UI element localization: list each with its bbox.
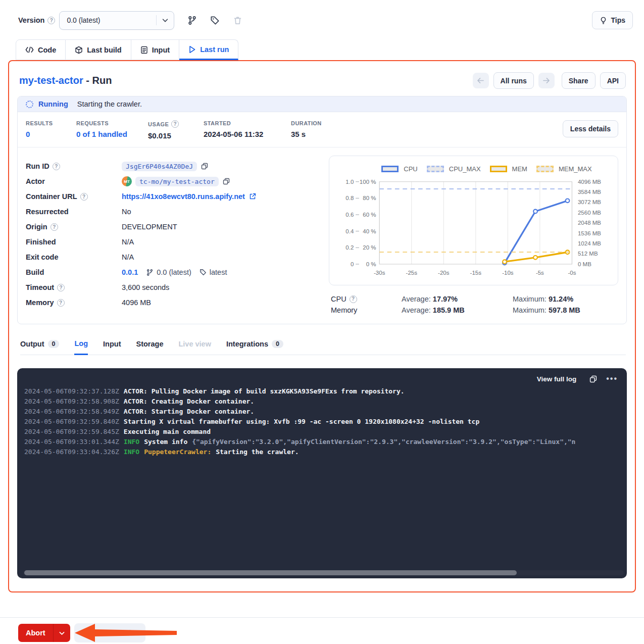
log-header: View full log ••• xyxy=(537,374,618,383)
log-line: 2024-05-06T09:32:58.949ZACTOR: Starting … xyxy=(24,407,627,417)
log-scrollbar-track[interactable] xyxy=(23,570,624,575)
copy-icon[interactable] xyxy=(223,178,230,185)
run-details-card: Running Starting the crawler. RESULTS 0 … xyxy=(17,96,627,324)
chart-stats: CPU? Memory Average: 17.97% Average: 185… xyxy=(329,285,618,316)
version-select[interactable]: 0.0 (latest) xyxy=(59,11,174,30)
build-label: Build xyxy=(26,268,122,276)
memory-help-icon[interactable]: ? xyxy=(57,299,65,307)
tab-log[interactable]: Log xyxy=(74,335,88,355)
usage-chart-card: CPU CPU_MAX MEM MEM_MAX -30s-25s-20s-15s… xyxy=(329,156,618,285)
log-line: 2024-05-06T09:33:01.344ZINFOSystem info{… xyxy=(24,437,627,447)
svg-text:0.8: 0.8 xyxy=(345,195,354,201)
timeout-value: 3,600 seconds xyxy=(122,283,169,291)
external-link-icon[interactable] xyxy=(249,193,256,200)
actor-chip[interactable]: tc-mo/my-test-actor xyxy=(135,177,219,186)
svg-text:0.6: 0.6 xyxy=(345,212,354,218)
timeout-label: Timeout xyxy=(26,283,54,291)
version-help-icon[interactable]: ? xyxy=(47,17,55,24)
mem-max-label: Maximum: xyxy=(513,306,547,314)
tab-last-run[interactable]: Last run xyxy=(179,39,238,60)
legend-swatch-mem xyxy=(490,166,507,172)
svg-text:0.2: 0.2 xyxy=(345,244,354,251)
legend-swatch-mem-max xyxy=(536,166,554,172)
stat-requests-value[interactable]: 0 of 1 handled xyxy=(76,130,133,138)
tab-output[interactable]: Output0 xyxy=(20,336,59,354)
all-runs-button[interactable]: All runs xyxy=(493,72,534,89)
abort-dropdown-button[interactable] xyxy=(53,624,70,642)
legend-label-cpu-max: CPU_MAX xyxy=(449,165,481,173)
share-button[interactable]: Share xyxy=(562,72,596,89)
tab-integrations-label: Integrations xyxy=(226,340,268,348)
copy-log-icon[interactable] xyxy=(589,375,597,383)
tab-integrations[interactable]: Integrations0 xyxy=(226,336,283,354)
svg-text:0.4: 0.4 xyxy=(345,228,354,234)
timeout-help-icon[interactable]: ? xyxy=(57,284,65,291)
detail-row-timeout: Timeout? 3,600 seconds xyxy=(26,280,309,295)
play-icon xyxy=(188,45,196,54)
container-url-help-icon[interactable]: ? xyxy=(80,193,88,201)
log-line: 2024-05-06T09:32:37.128ZACTOR: Pulling D… xyxy=(24,386,627,397)
output-count-badge: 0 xyxy=(48,340,60,348)
stat-requests-label: REQUESTS xyxy=(76,120,133,126)
tab-run-input[interactable]: Input xyxy=(103,336,121,354)
origin-label: Origin xyxy=(26,223,47,231)
svg-text:2048 MB: 2048 MB xyxy=(578,220,601,226)
stat-duration-value: 35 s xyxy=(291,130,322,138)
cpu-help-icon[interactable]: ? xyxy=(350,295,357,303)
log-menu-icon[interactable]: ••• xyxy=(606,374,618,383)
build-version-text: 0.0 (latest) xyxy=(157,268,191,276)
tab-storage[interactable]: Storage xyxy=(136,336,163,354)
stat-results-value[interactable]: 0 xyxy=(26,130,61,138)
log-scrollbar-thumb[interactable] xyxy=(24,570,517,575)
svg-text:-25s: -25s xyxy=(406,270,418,276)
svg-text:4096 MB: 4096 MB xyxy=(578,179,601,185)
document-icon xyxy=(140,46,148,54)
detail-row-finished: Finished N/A xyxy=(26,234,309,250)
svg-text:20 %: 20 % xyxy=(363,244,376,251)
view-full-log-link[interactable]: View full log xyxy=(537,375,577,383)
abort-button[interactable]: Abort xyxy=(18,624,53,642)
tab-last-build[interactable]: Last build xyxy=(66,39,131,60)
prev-run-button[interactable] xyxy=(473,73,489,88)
status-state: Running xyxy=(38,100,68,108)
tab-input[interactable]: Input xyxy=(131,39,179,60)
code-icon xyxy=(25,46,34,54)
git-branch-icon[interactable] xyxy=(187,16,197,25)
next-run-button[interactable] xyxy=(538,73,555,88)
origin-help-icon[interactable]: ? xyxy=(51,223,58,231)
actor-name-link[interactable]: my-test-actor xyxy=(19,75,83,86)
usage-help-icon[interactable]: ? xyxy=(171,120,179,128)
tab-code[interactable]: Code xyxy=(16,39,66,60)
api-button[interactable]: API xyxy=(600,72,626,89)
tips-button[interactable]: Tips xyxy=(592,11,633,29)
build-number-link[interactable]: 0.0.1 xyxy=(122,268,138,276)
delete-version-icon[interactable] xyxy=(233,16,242,25)
tab-last-build-label: Last build xyxy=(87,46,121,54)
detail-row-origin: Origin? DEVELOPMENT xyxy=(26,219,309,234)
svg-text:0 %: 0 % xyxy=(366,261,376,267)
resurrected-value: No xyxy=(122,208,131,216)
exit-code-value: N/A xyxy=(122,253,134,261)
run-title-suffix: - Run xyxy=(83,75,112,86)
run-id-help-icon[interactable]: ? xyxy=(53,163,60,170)
container-url-link[interactable]: https://41xo8ewcvt80.runs.apify.net xyxy=(122,192,245,201)
build-version: 0.0 (latest) xyxy=(146,268,191,276)
legend-label-cpu: CPU xyxy=(404,165,417,173)
svg-text:0 MB: 0 MB xyxy=(578,261,591,267)
tag-icon[interactable] xyxy=(210,16,220,25)
tab-code-label: Code xyxy=(38,46,56,54)
copy-icon[interactable] xyxy=(201,163,208,170)
run-id-chip[interactable]: JsgEr6P40s4AZ0DeJ xyxy=(122,162,197,171)
run-id-label: Run ID xyxy=(26,162,49,170)
detail-row-run-id: Run ID? JsgEr6P40s4AZ0DeJ xyxy=(26,159,309,174)
mem-avg-value: 185.9 MB xyxy=(433,306,465,314)
tab-log-label: Log xyxy=(74,339,88,348)
svg-text:40 %: 40 % xyxy=(363,228,376,234)
version-select-value: 0.0 (latest) xyxy=(67,16,100,24)
chart-legend: CPU CPU_MAX MEM MEM_MAX xyxy=(364,165,614,173)
tab-run-input-label: Input xyxy=(103,340,121,348)
spinner-icon xyxy=(26,101,33,108)
less-details-button[interactable]: Less details xyxy=(563,120,618,137)
tag-icon xyxy=(200,269,207,276)
exit-code-label: Exit code xyxy=(26,253,122,261)
